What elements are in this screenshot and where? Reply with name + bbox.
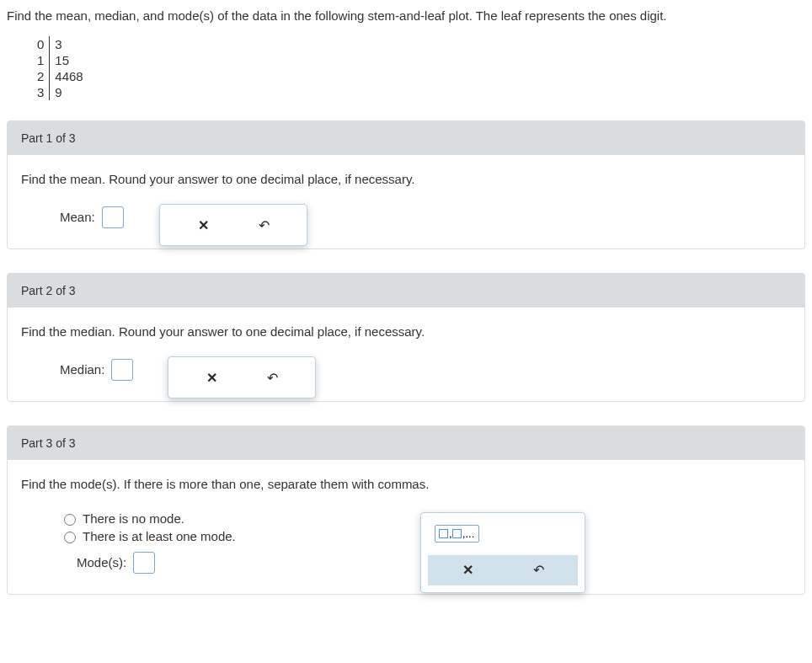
clear-button[interactable]: ✕	[189, 211, 217, 240]
clear-button[interactable]: ✕	[453, 560, 482, 580]
tool-row: ✕ ↶	[175, 364, 308, 393]
mode-label: Mode(s):	[77, 555, 126, 569]
median-input[interactable]	[111, 359, 133, 381]
reset-icon: ↶	[259, 217, 270, 233]
radio-has-mode[interactable]	[64, 532, 76, 543]
part-3-container: Part 3 of 3 Find the mode(s). If there i…	[7, 425, 805, 595]
stem-cell: 2	[32, 68, 50, 84]
part-3-instruction: Find the mode(s). If there is more than …	[21, 477, 791, 491]
radio-has-mode-label: There is at least one mode.	[83, 529, 236, 543]
tool-popup-part3: ,,... ✕ ↶	[420, 512, 585, 593]
tool-popup-part1: ✕ ↶	[159, 204, 307, 246]
placeholder-box-icon	[439, 529, 448, 538]
stem-cell: 0	[32, 36, 50, 52]
part-3-header: Part 3 of 3	[8, 426, 804, 460]
tool-row: ✕ ↶	[428, 555, 578, 585]
part-1-header: Part 1 of 3	[8, 121, 804, 155]
part-3-body: Find the mode(s). If there is more than …	[8, 460, 804, 594]
stem-cell: 3	[32, 84, 50, 100]
leaf-cell: 15	[50, 52, 88, 68]
part-1-instruction: Find the mean. Round your answer to one …	[21, 172, 791, 186]
stemleaf-row: 0 3	[32, 36, 88, 52]
tool-popup-part2: ✕ ↶	[168, 356, 316, 398]
median-label: Median:	[60, 362, 104, 377]
list-hint-box: ,,...	[435, 525, 479, 543]
reset-icon: ↶	[267, 370, 278, 386]
stem-leaf-plot: 0 3 1 15 2 4468 3 9	[32, 36, 88, 100]
stem-cell: 1	[32, 52, 50, 68]
mean-input[interactable]	[102, 206, 124, 228]
close-icon: ✕	[198, 217, 209, 233]
part-1-body: Find the mean. Round your answer to one …	[8, 155, 804, 249]
leaf-cell: 9	[50, 84, 88, 100]
placeholder-box-icon	[452, 529, 462, 538]
ellipsis-text: ,...	[462, 527, 475, 540]
part-2-header: Part 2 of 3	[8, 274, 804, 307]
close-icon: ✕	[462, 562, 473, 578]
part-2-container: Part 2 of 3 Find the median. Round your …	[7, 273, 805, 402]
reset-button[interactable]: ↶	[249, 211, 278, 240]
reset-icon: ↶	[533, 562, 544, 578]
leaf-cell: 3	[50, 36, 88, 52]
mode-input[interactable]	[133, 552, 155, 574]
part-2-body: Find the median. Round your answer to on…	[8, 307, 804, 401]
question-prompt: Find the mean, median, and mode(s) of th…	[7, 7, 805, 26]
stemleaf-row: 1 15	[32, 52, 88, 68]
mean-label: Mean:	[60, 210, 95, 224]
part-1-container: Part 1 of 3 Find the mean. Round your an…	[7, 120, 805, 249]
close-icon: ✕	[206, 370, 217, 386]
reset-button[interactable]: ↶	[524, 560, 553, 580]
radio-no-mode[interactable]	[64, 514, 76, 526]
part-2-instruction: Find the median. Round your answer to on…	[21, 324, 791, 339]
tool-row: ✕ ↶	[167, 211, 300, 240]
stemleaf-row: 3 9	[32, 84, 88, 100]
radio-no-mode-label: There is no mode.	[83, 511, 184, 526]
clear-button[interactable]: ✕	[197, 364, 226, 393]
reset-button[interactable]: ↶	[258, 364, 286, 393]
list-format-button[interactable]: ,,...	[428, 520, 576, 548]
stemleaf-row: 2 4468	[32, 68, 88, 84]
leaf-cell: 4468	[50, 68, 88, 84]
